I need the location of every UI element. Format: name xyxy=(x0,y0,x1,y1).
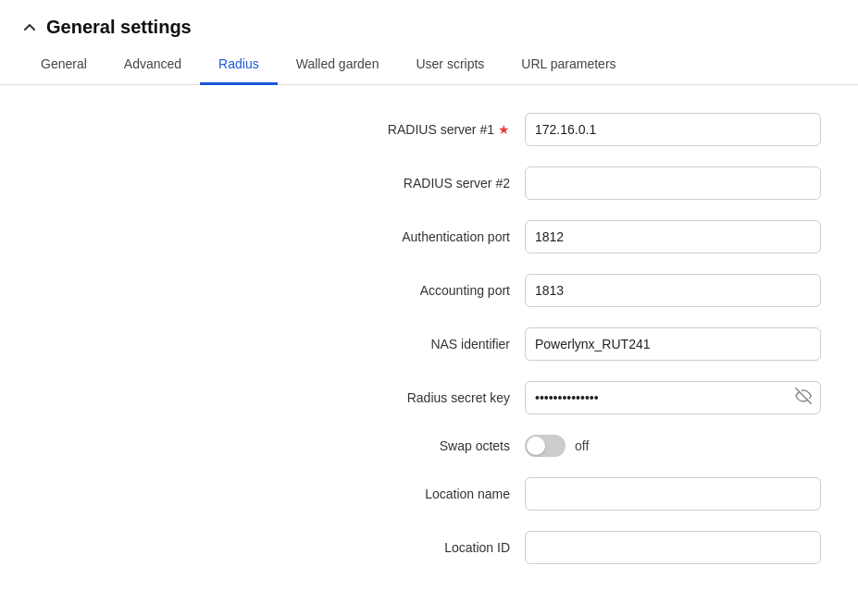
location-name-input[interactable] xyxy=(525,477,821,511)
radius-server-1-label: RADIUS server #1★ xyxy=(210,122,525,137)
accounting-port-label: Accounting port xyxy=(210,283,525,298)
required-indicator: ★ xyxy=(498,122,510,137)
page-title: General settings xyxy=(46,17,192,38)
radius-server-2-label: RADIUS server #2 xyxy=(210,176,525,191)
tab-user-scripts[interactable]: User scripts xyxy=(397,47,503,85)
toggle-password-visibility-icon[interactable] xyxy=(795,388,812,408)
swap-octets-label: Swap octets xyxy=(210,438,525,453)
auth-port-input[interactable] xyxy=(525,220,821,253)
location-id-label: Location ID xyxy=(210,540,525,555)
nas-identifier-label: NAS identifier xyxy=(210,337,525,351)
auth-port-row: Authentication port xyxy=(37,220,821,253)
radius-server-2-input[interactable] xyxy=(525,166,821,200)
radius-secret-key-wrapper xyxy=(525,381,821,414)
location-name-row: Location name xyxy=(37,477,821,511)
location-id-input[interactable] xyxy=(525,531,821,564)
page-header: General settings xyxy=(0,0,858,47)
location-id-row: Location ID xyxy=(37,531,821,564)
swap-octets-toggle-wrapper: off xyxy=(525,435,821,457)
tabs-bar: General Advanced Radius Walled garden Us… xyxy=(0,47,858,85)
tab-advanced[interactable]: Advanced xyxy=(106,47,200,85)
radius-server-2-row: RADIUS server #2 xyxy=(37,166,821,200)
accounting-port-input[interactable] xyxy=(525,274,821,307)
swap-octets-toggle[interactable] xyxy=(525,435,566,457)
nas-identifier-input[interactable] xyxy=(525,327,821,361)
swap-octets-value: off xyxy=(575,438,589,453)
location-name-label: Location name xyxy=(210,487,525,501)
radius-secret-key-row: Radius secret key xyxy=(37,381,821,414)
radius-secret-key-input[interactable] xyxy=(525,381,821,414)
tab-radius[interactable]: Radius xyxy=(200,47,278,85)
tab-url-parameters[interactable]: URL parameters xyxy=(503,47,634,85)
nas-identifier-row: NAS identifier xyxy=(37,327,821,361)
radius-server-1-input[interactable] xyxy=(525,113,821,146)
tab-walled-garden[interactable]: Walled garden xyxy=(278,47,398,85)
collapse-icon[interactable] xyxy=(22,20,37,35)
radius-secret-key-label: Radius secret key xyxy=(210,390,525,405)
toggle-knob xyxy=(527,437,545,455)
swap-octets-row: Swap octets off xyxy=(37,435,821,457)
auth-port-label: Authentication port xyxy=(210,229,525,244)
accounting-port-row: Accounting port xyxy=(37,274,821,307)
tab-general[interactable]: General xyxy=(22,47,106,85)
content-area: RADIUS server #1★ RADIUS server #2 Authe… xyxy=(0,85,858,612)
radius-server-1-row: RADIUS server #1★ xyxy=(37,113,821,146)
